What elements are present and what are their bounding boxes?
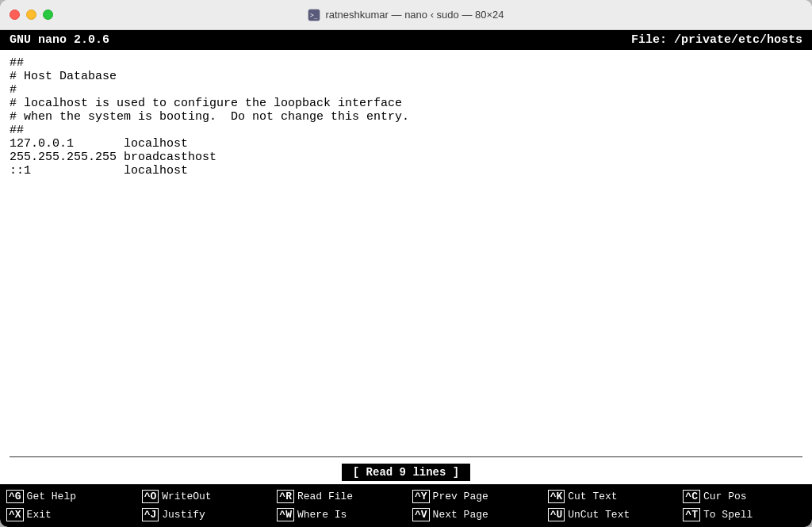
shortcut-label: Justify <box>162 509 205 521</box>
shortcut-key: ^V <box>412 508 430 521</box>
editor-line: # when the system is booting. Do not cha… <box>10 110 802 124</box>
minimize-button[interactable] <box>26 10 36 20</box>
nano-version: GNU nano 2.0.6 <box>10 33 109 47</box>
shortcut-item: ^OWriteOut <box>136 487 271 506</box>
editor-line: 127.0.0.1 localhost <box>10 137 802 151</box>
shortcut-key: ^K <box>548 490 565 503</box>
shortcut-key: ^T <box>683 508 700 521</box>
shortcut-label: Where Is <box>297 509 347 521</box>
title-bar: >_ ratneshkumar — nano ‹ sudo — 80×24 <box>0 0 812 30</box>
shortcut-key: ^W <box>277 508 294 521</box>
shortcut-item: ^VNext Page <box>406 506 542 524</box>
shortcut-label: UnCut Text <box>568 509 630 521</box>
shortcut-key: ^J <box>142 508 159 521</box>
shortcut-key: ^X <box>6 508 24 521</box>
shortcut-item: ^WWhere Is <box>270 506 406 524</box>
editor-line: # Host Database <box>10 70 802 83</box>
shortcut-item: ^KCut Text <box>542 487 677 506</box>
shortcut-label: WriteOut <box>162 491 211 502</box>
shortcut-label: Prev Page <box>433 491 488 502</box>
shortcut-item: ^JJustify <box>136 506 271 524</box>
shortcut-key: ^C <box>683 490 700 503</box>
shortcut-key: ^R <box>277 490 294 503</box>
nano-editor[interactable]: ### Host Database## localhost is used to… <box>0 50 812 453</box>
shortcuts-bar: ^GGet Help^OWriteOut^RRead File^YPrev Pa… <box>0 484 812 527</box>
nano-container: GNU nano 2.0.6 File: /private/etc/hosts … <box>0 30 812 527</box>
shortcut-label: Read File <box>297 491 353 502</box>
shortcut-key: ^U <box>548 508 565 521</box>
shortcut-label: To Spell <box>703 509 753 521</box>
shortcut-label: Get Help <box>27 491 76 502</box>
maximize-button[interactable] <box>43 10 53 20</box>
shortcut-label: Exit <box>27 509 52 521</box>
nano-header: GNU nano 2.0.6 File: /private/etc/hosts <box>0 30 812 50</box>
traffic-lights <box>10 10 53 20</box>
shortcut-label: Next Page <box>433 509 488 521</box>
editor-line: 255.255.255.255 broadcasthost <box>10 151 802 164</box>
shortcut-item: ^CCur Pos <box>676 487 812 506</box>
shortcut-item: ^TTo Spell <box>676 506 812 524</box>
shortcut-label: Cur Pos <box>703 491 747 502</box>
shortcut-item: ^UUnCut Text <box>542 506 677 524</box>
editor-line: # localhost is used to configure the loo… <box>10 97 802 110</box>
shortcut-item: ^RRead File <box>270 487 406 506</box>
window-title: >_ ratneshkumar — nano ‹ sudo — 80×24 <box>308 9 504 21</box>
editor-line: ## <box>10 56 802 70</box>
shortcut-item: ^YPrev Page <box>406 487 542 506</box>
editor-line: ## <box>10 124 802 137</box>
separator <box>10 456 802 457</box>
shortcut-item: ^GGet Help <box>0 487 136 506</box>
status-bar: [ Read 9 lines ] <box>0 460 812 484</box>
terminal-icon: >_ <box>308 9 320 21</box>
terminal-window: >_ ratneshkumar — nano ‹ sudo — 80×24 GN… <box>0 0 812 527</box>
editor-line: # <box>10 83 802 97</box>
nano-filename: File: /private/etc/hosts <box>631 33 802 47</box>
shortcut-key: ^G <box>6 490 24 503</box>
svg-text:>_: >_ <box>310 12 318 19</box>
editor-line: ::1 localhost <box>10 164 802 178</box>
status-message: [ Read 9 lines ] <box>342 464 470 481</box>
shortcut-key: ^Y <box>412 490 430 503</box>
shortcut-key: ^O <box>142 490 159 503</box>
shortcut-item: ^XExit <box>0 506 136 524</box>
close-button[interactable] <box>10 10 20 20</box>
shortcut-label: Cut Text <box>568 491 617 502</box>
